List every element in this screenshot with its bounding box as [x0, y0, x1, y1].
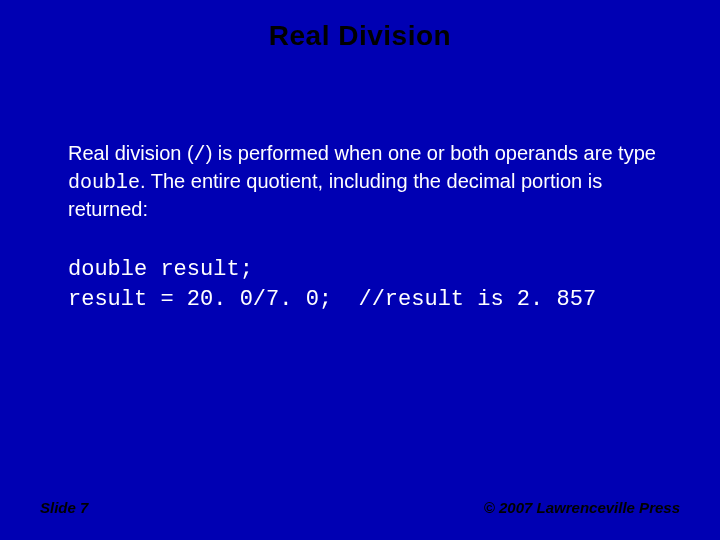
copyright: © 2007 Lawrenceville Press: [484, 499, 680, 516]
double-code: double: [68, 171, 140, 194]
body-part2: ) is performed when one or both operands…: [206, 142, 656, 164]
slide-number: Slide 7: [40, 499, 88, 516]
slide-body: Real division (/) is performed when one …: [68, 140, 660, 222]
code-block: double result; result = 20. 0/7. 0; //re…: [68, 255, 680, 314]
body-part1: Real division (: [68, 142, 194, 164]
body-part3: . The entire quotient, including the dec…: [68, 170, 602, 220]
slide-title: Real Division: [0, 0, 720, 52]
slash-code: /: [194, 143, 206, 166]
